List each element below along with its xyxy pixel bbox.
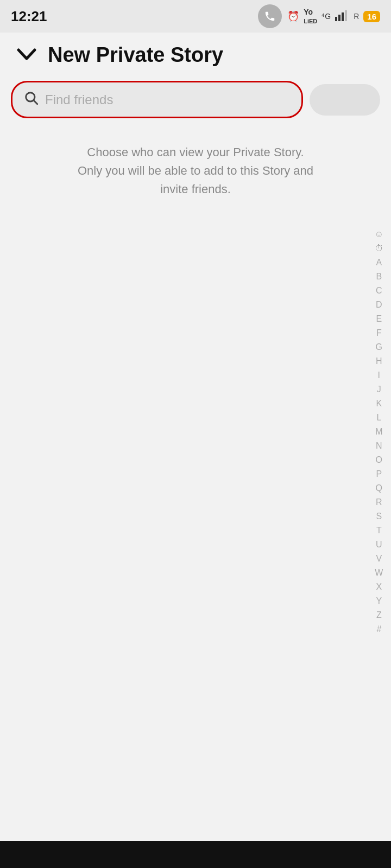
yo-icon: YoLiED (304, 8, 317, 25)
search-area (0, 72, 391, 127)
alpha-letter-Z[interactable]: Z (376, 609, 382, 622)
r-icon: R (354, 12, 359, 21)
alpha-letter-O[interactable]: O (376, 454, 382, 467)
description-line2: Only you will be able to add to this Sto… (78, 164, 313, 177)
search-icon (23, 90, 39, 109)
alpha-letter-B[interactable]: B (376, 270, 382, 283)
alpha-letter-#[interactable]: # (376, 623, 381, 636)
status-right-group: ⏰ YoLiED ⁴G R 16 (287, 8, 380, 25)
alpha-letter-S[interactable]: S (376, 510, 382, 523)
svg-rect-2 (342, 12, 344, 21)
alpha-letter-W[interactable]: W (375, 566, 383, 579)
alpha-letter-F[interactable]: F (376, 327, 382, 340)
description-line1: Choose who can view your Private Story. (87, 145, 304, 159)
alpha-letter-U[interactable]: U (376, 538, 382, 551)
status-time: 12:21 (11, 8, 47, 25)
alpha-letter-L[interactable]: L (376, 411, 381, 424)
search-box[interactable] (11, 81, 303, 118)
svg-rect-0 (335, 17, 337, 21)
alpha-letter-I[interactable]: I (378, 369, 380, 382)
alpha-letter-C[interactable]: C (376, 284, 382, 297)
alpha-letter-J[interactable]: J (377, 383, 381, 396)
alpha-letter-G[interactable]: G (376, 341, 382, 354)
alpha-letter-H[interactable]: H (376, 355, 382, 368)
svg-rect-3 (345, 10, 347, 21)
alpha-letter-Y[interactable]: Y (376, 595, 382, 608)
description-line3: invite friends. (160, 182, 231, 196)
page-title: New Private Story (48, 43, 375, 67)
alpha-letter-N[interactable]: N (376, 439, 382, 452)
alpha-letter-R[interactable]: R (376, 496, 382, 509)
status-bar: 12:21 ⏰ YoLiED ⁴G R 16 (0, 0, 391, 33)
battery-icon: 16 (363, 11, 380, 22)
svg-line-5 (34, 100, 37, 104)
alpha-letter-X[interactable]: X (376, 580, 382, 593)
alpha-letter-V[interactable]: V (376, 552, 382, 565)
status-icons: ⏰ YoLiED ⁴G R 16 (258, 4, 380, 28)
alpha-letter-P[interactable]: P (376, 468, 382, 481)
bottom-bar (0, 841, 391, 868)
alpha-letter-M[interactable]: M (375, 425, 382, 438)
signal-4g-icon: ⁴G (321, 12, 331, 21)
alpha-letter-D[interactable]: D (376, 298, 382, 311)
alpha-letter-⏱[interactable]: ⏱ (375, 242, 383, 255)
phone-icon (258, 4, 282, 28)
alpha-letter-Q[interactable]: Q (376, 482, 382, 495)
svg-rect-1 (338, 15, 340, 21)
signal-bars-icon (335, 9, 349, 24)
alpha-index[interactable]: ☺⏱ABCDEFGHIJKLMNOPQRSTUVWXYZ# (375, 228, 383, 636)
alpha-letter-☺[interactable]: ☺ (375, 228, 383, 241)
alpha-letter-A[interactable]: A (376, 256, 382, 269)
description-text: Choose who can view your Private Story. … (0, 127, 391, 209)
alpha-letter-E[interactable]: E (376, 312, 382, 326)
alpha-letter-K[interactable]: K (376, 397, 382, 410)
alarm-icon: ⏰ (287, 10, 299, 22)
back-chevron[interactable] (16, 44, 37, 67)
search-right-pill (310, 84, 380, 116)
search-input[interactable] (45, 92, 291, 107)
alpha-letter-T[interactable]: T (376, 524, 382, 537)
header: New Private Story (0, 33, 391, 72)
